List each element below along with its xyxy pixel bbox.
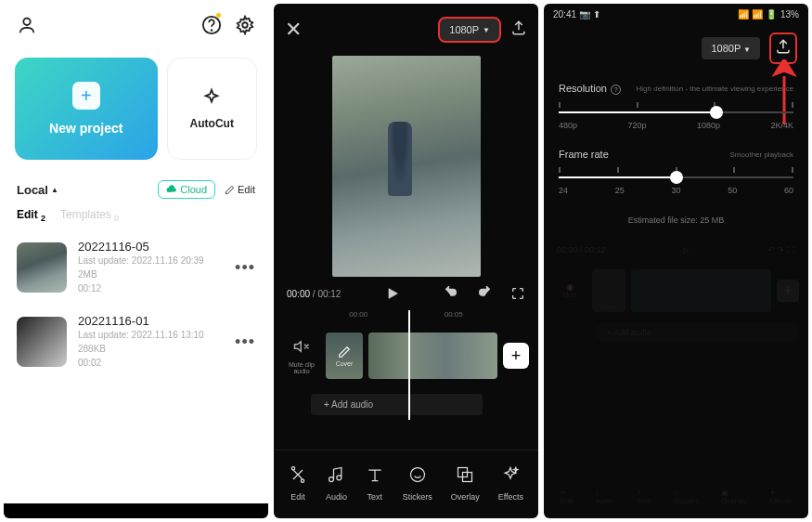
- project-thumbnail: [17, 242, 67, 293]
- cloud-icon: [166, 185, 177, 194]
- svg-point-2: [212, 30, 213, 31]
- tool-stickers[interactable]: Stickers: [403, 465, 432, 502]
- dimmed-background: 00:00 / 00:12▷↶ ↷ ⛶ 🔇Mute Cover + + Add …: [544, 238, 808, 518]
- new-project-label: New project: [49, 121, 122, 136]
- settings-icon[interactable]: [235, 15, 255, 39]
- help-icon[interactable]: [201, 15, 222, 39]
- export-button[interactable]: [510, 20, 527, 40]
- tool-edit[interactable]: Edit: [289, 465, 307, 502]
- cloud-button[interactable]: Cloud: [158, 180, 215, 199]
- tool-effects[interactable]: Effects: [498, 465, 523, 502]
- play-icon[interactable]: [385, 286, 400, 301]
- resolution-setting: Resolution? High definition - the ultima…: [544, 72, 808, 137]
- pencil-icon: [225, 185, 235, 195]
- video-preview[interactable]: [332, 56, 481, 277]
- framerate-setting: Frame rate Smoother playback 24 25 30 50…: [544, 137, 808, 202]
- caret-down-icon: ▼: [483, 26, 490, 34]
- caret-up-icon: ▲: [51, 186, 58, 194]
- time-display: 00:00 / 00:12: [287, 289, 341, 299]
- add-audio-button[interactable]: + Add audio: [311, 394, 483, 415]
- more-icon[interactable]: •••: [235, 333, 255, 352]
- playhead[interactable]: [408, 310, 410, 420]
- project-item[interactable]: 20221116-01 Last update: 2022.11.16 13:1…: [4, 305, 268, 379]
- local-dropdown[interactable]: Local▲: [17, 183, 58, 197]
- edit-button[interactable]: Edit: [225, 180, 255, 199]
- phone-editor: ✕ 1080P ▼ 00:00 / 00:12 00:00 00:05: [274, 4, 538, 518]
- project-title: 20221116-05: [78, 240, 224, 254]
- new-project-button[interactable]: + New project: [15, 58, 158, 160]
- close-icon[interactable]: ✕: [285, 18, 302, 42]
- phone-export-settings: 20:41 📷 ⬆ 📶 📶 🔋 13% 1080P ▼ Resolution? …: [544, 4, 808, 518]
- tab-templates[interactable]: Templates 0: [60, 208, 119, 223]
- bottom-toolbar: Edit Audio Text Stickers Overlay Effects: [274, 450, 538, 518]
- project-title: 20221116-01: [78, 314, 224, 328]
- project-thumbnail: [17, 317, 67, 367]
- sparkle-icon: [201, 87, 222, 108]
- autocut-button[interactable]: AutoCut: [167, 58, 257, 160]
- status-bar: 20:41 📷 ⬆ 📶 📶 🔋 13%: [544, 4, 808, 25]
- tool-text[interactable]: Text: [366, 465, 384, 502]
- add-clip-button[interactable]: +: [503, 343, 529, 369]
- project-item[interactable]: 20221116-05 Last update: 2022.11.16 20:3…: [4, 230, 268, 305]
- autocut-label: AutoCut: [190, 117, 234, 130]
- project-meta: Last update: 2022.11.16 20:39 2MB 00:12: [78, 254, 224, 295]
- timeline-ruler: 00:00 00:05: [274, 310, 538, 325]
- estimated-size: Estimated file size: 25 MB: [544, 202, 808, 238]
- undo-icon[interactable]: [444, 286, 458, 301]
- mute-clip-button[interactable]: Mute clip audio: [283, 338, 320, 374]
- tool-audio[interactable]: Audio: [326, 465, 347, 502]
- svg-point-0: [23, 19, 30, 25]
- tool-overlay[interactable]: Overlay: [451, 465, 480, 502]
- plus-icon: +: [72, 82, 100, 110]
- timeline[interactable]: Mute clip audio Cover +: [274, 325, 538, 386]
- svg-point-4: [410, 468, 424, 482]
- slider-thumb[interactable]: [710, 106, 723, 119]
- tab-edit[interactable]: Edit 2: [17, 208, 45, 223]
- cover-button[interactable]: Cover: [326, 333, 363, 379]
- profile-icon[interactable]: [17, 15, 37, 39]
- home-topbar: [4, 4, 268, 46]
- phone-home: + New project AutoCut Local▲ Cloud Edit …: [4, 4, 268, 518]
- more-icon[interactable]: •••: [235, 258, 255, 278]
- timeline-clip[interactable]: [368, 333, 497, 379]
- notification-dot: [216, 13, 221, 18]
- slider-thumb[interactable]: [670, 171, 683, 184]
- bottom-nav: [4, 503, 268, 518]
- resolution-button[interactable]: 1080P ▼: [702, 37, 760, 59]
- resolution-button[interactable]: 1080P ▼: [438, 17, 501, 43]
- framerate-slider[interactable]: [559, 176, 793, 178]
- info-icon[interactable]: ?: [611, 85, 621, 95]
- svg-point-3: [242, 22, 248, 28]
- project-meta: Last update: 2022.11.16 13:10 288KB 00:0…: [78, 328, 224, 370]
- redo-icon[interactable]: [477, 286, 492, 301]
- resolution-slider[interactable]: [559, 111, 793, 113]
- fullscreen-icon[interactable]: [510, 286, 525, 301]
